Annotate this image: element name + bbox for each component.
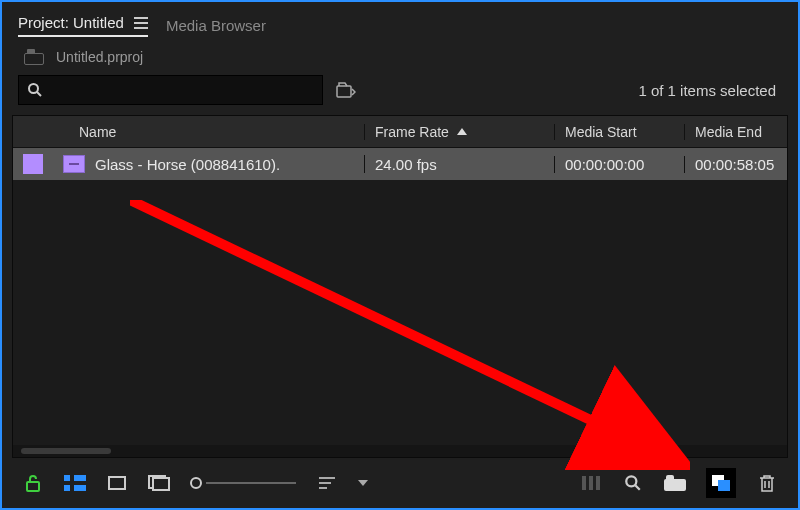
list-view-icon[interactable] (64, 472, 86, 494)
clip-name: Glass - Horse (008841610). (95, 156, 280, 173)
automate-to-sequence-icon[interactable] (580, 472, 602, 494)
selection-status: 1 of 1 items selected (638, 82, 782, 99)
project-file-row: Untitled.prproj (12, 47, 788, 75)
zoom-slider-track[interactable] (206, 482, 296, 484)
project-table: Name Frame Rate Media Start Media End Gl… (12, 115, 788, 458)
sort-menu-chevron-icon[interactable] (358, 480, 368, 486)
tab-project-label: Project: Untitled (18, 14, 124, 31)
label-color-chip[interactable] (23, 154, 43, 174)
new-bin-icon[interactable] (664, 472, 686, 494)
svg-rect-2 (337, 86, 351, 97)
filter-bin-icon[interactable] (335, 79, 357, 101)
col-header-media-end[interactable]: Media End (685, 124, 787, 140)
svg-point-4 (626, 476, 636, 486)
col-header-name[interactable]: Name (55, 124, 365, 140)
freeform-view-icon[interactable] (148, 472, 170, 494)
tab-media-browser[interactable]: Media Browser (166, 17, 266, 34)
horizontal-scrollbar[interactable] (13, 445, 787, 457)
project-filename: Untitled.prproj (56, 49, 143, 65)
clip-frame-rate: 24.00 fps (375, 156, 437, 173)
new-item-icon[interactable] (706, 468, 736, 498)
tab-project[interactable]: Project: Untitled (18, 14, 148, 37)
svg-line-1 (37, 92, 41, 96)
col-header-media-start[interactable]: Media Start (555, 124, 685, 140)
zoom-slider-knob[interactable] (190, 477, 202, 489)
clip-media-start: 00:00:00:00 (565, 156, 644, 173)
table-header: Name Frame Rate Media Start Media End (13, 116, 787, 148)
lock-open-icon[interactable] (22, 472, 44, 494)
icon-view-icon[interactable] (106, 472, 128, 494)
scrollbar-thumb[interactable] (21, 448, 111, 454)
search-icon (27, 82, 43, 98)
clip-media-end: 00:00:58:05 (695, 156, 774, 173)
footer-toolbar (12, 458, 788, 502)
panel-tabs: Project: Untitled Media Browser (12, 10, 788, 47)
sort-asc-icon (457, 128, 467, 135)
tab-media-browser-label: Media Browser (166, 17, 266, 34)
table-row[interactable]: Glass - Horse (008841610). 24.00 fps 00:… (13, 148, 787, 180)
table-empty-area[interactable] (13, 180, 787, 445)
col-header-frame-rate[interactable]: Frame Rate (365, 124, 555, 140)
panel-menu-icon[interactable] (134, 17, 148, 29)
find-icon[interactable] (622, 472, 644, 494)
project-panel: Project: Untitled Media Browser Untitled… (0, 0, 800, 510)
zoom-slider[interactable] (190, 477, 296, 489)
search-row: 1 of 1 items selected (12, 75, 788, 115)
search-input[interactable] (18, 75, 323, 105)
sort-icon[interactable] (316, 472, 338, 494)
svg-line-5 (635, 485, 640, 490)
svg-point-0 (29, 84, 38, 93)
trash-icon[interactable] (756, 472, 778, 494)
project-bin-icon (22, 49, 44, 65)
clip-icon (63, 155, 85, 173)
svg-rect-3 (27, 482, 39, 491)
